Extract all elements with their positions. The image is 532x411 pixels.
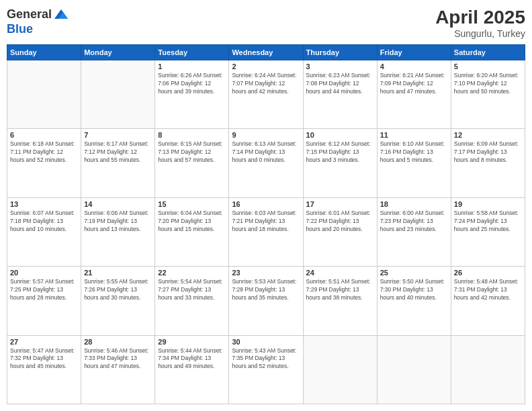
calendar-week-row: 13Sunrise: 6:07 AM Sunset: 7:18 PM Dayli… [7,197,525,266]
day-info: Sunrise: 5:55 AM Sunset: 7:26 PM Dayligh… [84,278,152,302]
calendar-day-cell: 5Sunrise: 6:20 AM Sunset: 7:10 PM Daylig… [451,60,525,129]
day-info: Sunrise: 6:12 AM Sunset: 7:15 PM Dayligh… [306,140,374,165]
day-number: 14 [84,200,152,208]
calendar-day-cell: 2Sunrise: 6:24 AM Sunset: 7:07 PM Daylig… [229,60,303,129]
day-number: 10 [306,131,374,139]
col-saturday: Saturday [451,45,525,60]
calendar-day-cell: 9Sunrise: 6:13 AM Sunset: 7:14 PM Daylig… [229,129,303,197]
day-info: Sunrise: 5:47 AM Sunset: 7:32 PM Dayligh… [10,347,78,371]
day-info: Sunrise: 5:43 AM Sunset: 7:35 PM Dayligh… [232,347,300,371]
day-number: 6 [10,131,78,139]
day-number: 29 [158,338,226,346]
col-friday: Friday [377,45,451,60]
calendar-header-row: Sunday Monday Tuesday Wednesday Thursday… [7,45,525,60]
calendar-day-cell: 14Sunrise: 6:06 AM Sunset: 7:19 PM Dayli… [81,197,155,266]
day-info: Sunrise: 5:46 AM Sunset: 7:33 PM Dayligh… [84,347,152,371]
calendar-day-cell: 11Sunrise: 6:10 AM Sunset: 7:16 PM Dayli… [377,129,451,197]
day-number: 20 [10,269,78,277]
calendar-day-cell: 23Sunrise: 5:53 AM Sunset: 7:28 PM Dayli… [229,267,303,335]
calendar-week-row: 20Sunrise: 5:57 AM Sunset: 7:25 PM Dayli… [7,267,525,335]
day-number: 13 [10,200,78,208]
calendar-day-cell [81,60,155,129]
day-info: Sunrise: 6:07 AM Sunset: 7:18 PM Dayligh… [10,210,78,234]
logo-icon [53,7,69,23]
calendar-day-cell: 17Sunrise: 6:01 AM Sunset: 7:22 PM Dayli… [303,197,377,266]
calendar-day-cell: 6Sunrise: 6:18 AM Sunset: 7:11 PM Daylig… [7,129,81,197]
calendar-day-cell: 7Sunrise: 6:17 AM Sunset: 7:12 PM Daylig… [81,129,155,197]
day-number: 21 [84,269,152,277]
day-info: Sunrise: 5:51 AM Sunset: 7:29 PM Dayligh… [306,278,374,302]
calendar-day-cell: 8Sunrise: 6:15 AM Sunset: 7:13 PM Daylig… [155,129,229,197]
day-number: 7 [84,131,152,139]
calendar-day-cell: 20Sunrise: 5:57 AM Sunset: 7:25 PM Dayli… [7,267,81,335]
day-info: Sunrise: 6:00 AM Sunset: 7:23 PM Dayligh… [380,210,448,234]
day-number: 22 [158,269,226,277]
day-info: Sunrise: 6:13 AM Sunset: 7:14 PM Dayligh… [232,140,300,165]
page: General Blue April 2025 Sungurlu, Turkey… [0,0,532,411]
day-info: Sunrise: 6:17 AM Sunset: 7:12 PM Dayligh… [84,140,152,165]
calendar-week-row: 6Sunrise: 6:18 AM Sunset: 7:11 PM Daylig… [7,129,525,197]
header: General Blue April 2025 Sungurlu, Turkey [7,7,525,39]
day-number: 30 [232,338,300,346]
day-info: Sunrise: 5:53 AM Sunset: 7:28 PM Dayligh… [232,278,300,302]
day-number: 3 [306,62,374,71]
calendar-day-cell: 13Sunrise: 6:07 AM Sunset: 7:18 PM Dayli… [7,197,81,266]
day-info: Sunrise: 6:10 AM Sunset: 7:16 PM Dayligh… [380,140,448,165]
day-number: 24 [306,269,374,277]
col-sunday: Sunday [7,45,81,60]
calendar-day-cell: 18Sunrise: 6:00 AM Sunset: 7:23 PM Dayli… [377,197,451,266]
logo-blue-text: Blue [7,23,69,36]
day-info: Sunrise: 6:03 AM Sunset: 7:21 PM Dayligh… [232,210,300,234]
day-number: 19 [454,200,522,208]
day-info: Sunrise: 5:50 AM Sunset: 7:30 PM Dayligh… [380,278,448,302]
day-info: Sunrise: 6:01 AM Sunset: 7:22 PM Dayligh… [306,210,374,234]
day-info: Sunrise: 6:20 AM Sunset: 7:10 PM Dayligh… [454,72,522,96]
day-info: Sunrise: 6:04 AM Sunset: 7:20 PM Dayligh… [158,210,226,234]
title-block: April 2025 Sungurlu, Turkey [435,7,525,39]
logo: General Blue [7,7,69,36]
calendar-day-cell: 27Sunrise: 5:47 AM Sunset: 7:32 PM Dayli… [7,335,81,404]
calendar-day-cell: 25Sunrise: 5:50 AM Sunset: 7:30 PM Dayli… [377,267,451,335]
day-number: 8 [158,131,226,139]
day-number: 12 [454,131,522,139]
day-info: Sunrise: 6:24 AM Sunset: 7:07 PM Dayligh… [232,72,300,96]
calendar-day-cell: 26Sunrise: 5:48 AM Sunset: 7:31 PM Dayli… [451,267,525,335]
day-number: 18 [380,200,448,208]
day-number: 1 [158,62,226,71]
calendar-day-cell [7,60,81,129]
day-number: 28 [84,338,152,346]
day-number: 26 [454,269,522,277]
day-info: Sunrise: 5:58 AM Sunset: 7:24 PM Dayligh… [454,210,522,234]
calendar-day-cell [303,335,377,404]
calendar-day-cell: 12Sunrise: 6:09 AM Sunset: 7:17 PM Dayli… [451,129,525,197]
day-number: 4 [380,62,448,71]
calendar-day-cell: 1Sunrise: 6:26 AM Sunset: 7:06 PM Daylig… [155,60,229,129]
col-monday: Monday [81,45,155,60]
day-number: 2 [232,62,300,71]
day-number: 27 [10,338,78,346]
day-number: 23 [232,269,300,277]
calendar-day-cell: 19Sunrise: 5:58 AM Sunset: 7:24 PM Dayli… [451,197,525,266]
col-wednesday: Wednesday [229,45,303,60]
calendar-day-cell [451,335,525,404]
day-info: Sunrise: 5:48 AM Sunset: 7:31 PM Dayligh… [454,278,522,302]
calendar-week-row: 1Sunrise: 6:26 AM Sunset: 7:06 PM Daylig… [7,60,525,129]
day-number: 16 [232,200,300,208]
day-number: 15 [158,200,226,208]
day-info: Sunrise: 6:21 AM Sunset: 7:09 PM Dayligh… [380,72,448,96]
calendar-day-cell: 22Sunrise: 5:54 AM Sunset: 7:27 PM Dayli… [155,267,229,335]
calendar-table: Sunday Monday Tuesday Wednesday Thursday… [7,44,525,404]
calendar-day-cell: 24Sunrise: 5:51 AM Sunset: 7:29 PM Dayli… [303,267,377,335]
day-info: Sunrise: 5:44 AM Sunset: 7:34 PM Dayligh… [158,347,226,371]
day-number: 9 [232,131,300,139]
day-info: Sunrise: 5:57 AM Sunset: 7:25 PM Dayligh… [10,278,78,302]
day-info: Sunrise: 6:18 AM Sunset: 7:11 PM Dayligh… [10,140,78,165]
day-number: 5 [454,62,522,71]
calendar-day-cell: 4Sunrise: 6:21 AM Sunset: 7:09 PM Daylig… [377,60,451,129]
calendar-day-cell: 21Sunrise: 5:55 AM Sunset: 7:26 PM Dayli… [81,267,155,335]
col-tuesday: Tuesday [155,45,229,60]
calendar-day-cell: 16Sunrise: 6:03 AM Sunset: 7:21 PM Dayli… [229,197,303,266]
col-thursday: Thursday [303,45,377,60]
day-info: Sunrise: 6:06 AM Sunset: 7:19 PM Dayligh… [84,210,152,234]
day-info: Sunrise: 6:23 AM Sunset: 7:08 PM Dayligh… [306,72,374,96]
